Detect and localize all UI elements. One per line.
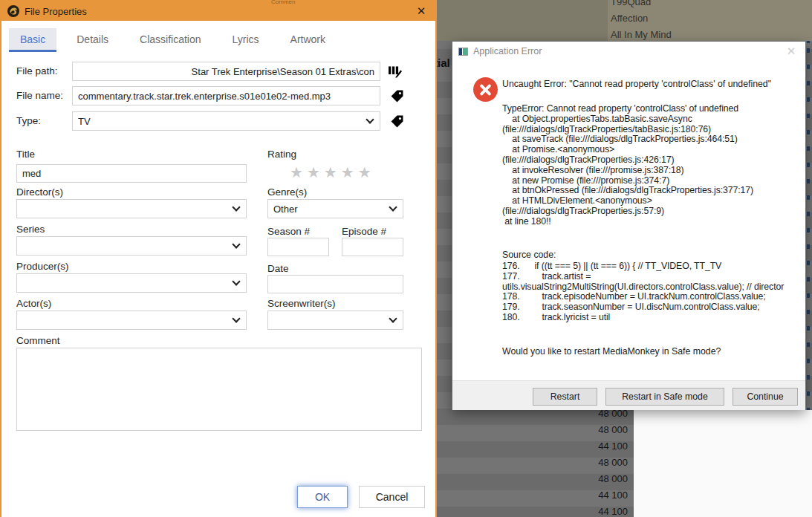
background-album-list: T99Quad Affection All In My Mind bbox=[611, 0, 811, 43]
error-dialog-title: Application Error bbox=[473, 46, 542, 56]
error-stack-trace: TypeError: Cannot read property 'control… bbox=[502, 104, 803, 227]
sample-rate-cell: 48 000 bbox=[437, 422, 628, 438]
source-code-block: 176. if ((tt === 5) || (tt === 6)) { // … bbox=[502, 261, 805, 323]
title-label: Title bbox=[16, 149, 35, 160]
sample-rate-cell: 44 100 bbox=[437, 504, 628, 517]
error-icon bbox=[473, 77, 498, 102]
sample-rate-cell: 48 000 bbox=[437, 471, 628, 487]
chevron-down-icon bbox=[389, 203, 397, 211]
chevron-down-icon bbox=[366, 115, 374, 123]
file-path-input[interactable] bbox=[72, 62, 380, 81]
sample-rate-cell: 44 100 bbox=[437, 487, 628, 504]
tab-details[interactable]: Details bbox=[65, 28, 120, 52]
file-name-input[interactable] bbox=[72, 86, 380, 105]
chevron-down-icon bbox=[232, 240, 240, 248]
error-footer: Restart Restart in Safe mode Continue bbox=[452, 380, 805, 410]
application-error-dialog: Application Error ✕ Uncaught Error: "Can… bbox=[452, 41, 806, 410]
file-properties-dialog: File Properties ✕ Basic Details Classifi… bbox=[0, 0, 437, 517]
dialog-title: File Properties bbox=[25, 6, 87, 17]
tag-icon[interactable] bbox=[388, 113, 406, 129]
genres-select-value: Other bbox=[273, 204, 386, 215]
episode-label: Episode # bbox=[342, 226, 386, 237]
episode-input[interactable] bbox=[342, 238, 403, 256]
actors-select[interactable] bbox=[16, 310, 247, 330]
producers-label: Producer(s) bbox=[16, 261, 69, 272]
list-item: Affection bbox=[611, 10, 811, 27]
sample-rate-cell: 48 000 bbox=[437, 455, 628, 471]
date-label: Date bbox=[267, 263, 289, 274]
mediamonkey-logo-icon bbox=[7, 5, 19, 17]
type-select-value: TV bbox=[78, 116, 363, 127]
close-icon[interactable]: ✕ bbox=[783, 45, 799, 58]
comment-label: Comment bbox=[16, 335, 60, 346]
chevron-down-icon bbox=[232, 277, 240, 285]
restart-safe-mode-button[interactable]: Restart in Safe mode bbox=[605, 388, 724, 406]
genres-label: Genre(s) bbox=[267, 186, 307, 198]
tag-icon[interactable] bbox=[388, 88, 406, 104]
list-item: T99Quad bbox=[611, 0, 811, 10]
continue-button[interactable]: Continue bbox=[733, 388, 798, 406]
season-label: Season # bbox=[267, 226, 310, 237]
season-input[interactable] bbox=[267, 238, 329, 256]
ok-button[interactable]: OK bbox=[297, 486, 348, 508]
restart-question: Would you like to restart MediaMonkey in… bbox=[502, 346, 801, 357]
background-empty-panel bbox=[634, 410, 812, 517]
error-titlebar: Application Error ✕ bbox=[452, 42, 805, 61]
tab-artwork[interactable]: Artwork bbox=[279, 28, 337, 52]
rating-stars-icon[interactable]: ★★★★★ bbox=[290, 163, 375, 181]
error-headline: Uncaught Error: "Cannot read property 'c… bbox=[502, 79, 801, 89]
comment-textarea[interactable] bbox=[16, 348, 422, 431]
organize-files-icon[interactable] bbox=[386, 63, 404, 79]
background-column-header-sliver: Commen bbox=[271, 0, 295, 5]
type-label: Type: bbox=[16, 111, 41, 131]
title-input[interactable] bbox=[16, 164, 247, 183]
sample-rate-cell: 44 100 bbox=[437, 438, 628, 455]
rating-label: Rating bbox=[267, 149, 296, 160]
file-path-label: File path: bbox=[16, 62, 58, 81]
cancel-button[interactable]: Cancel bbox=[359, 486, 425, 508]
file-properties-titlebar: File Properties ✕ bbox=[1, 1, 435, 21]
type-select[interactable]: TV bbox=[72, 111, 380, 131]
tab-classification[interactable]: Classification bbox=[129, 28, 212, 52]
directors-select[interactable] bbox=[16, 199, 247, 218]
chevron-down-icon bbox=[389, 314, 397, 322]
actors-label: Actor(s) bbox=[16, 298, 51, 309]
file-name-label: File name: bbox=[16, 86, 63, 105]
tab-lyrics[interactable]: Lyrics bbox=[221, 28, 270, 52]
restart-button[interactable]: Restart bbox=[533, 388, 597, 406]
screen: T99Quad Affection All In My Mind tial 48… bbox=[0, 0, 812, 517]
directors-label: Director(s) bbox=[16, 186, 63, 198]
genres-select[interactable]: Other bbox=[267, 199, 403, 218]
screenwriters-select[interactable] bbox=[267, 310, 403, 330]
source-code-header: Source code: bbox=[502, 250, 556, 260]
tab-basic[interactable]: Basic bbox=[9, 28, 56, 52]
date-input[interactable] bbox=[267, 275, 403, 293]
producers-select[interactable] bbox=[16, 273, 247, 293]
screenwriters-label: Screenwriter(s) bbox=[267, 298, 336, 309]
app-window-icon bbox=[458, 48, 468, 56]
chevron-down-icon bbox=[232, 203, 240, 211]
background-scroll-edge bbox=[807, 41, 810, 410]
series-select[interactable] bbox=[16, 236, 247, 256]
series-label: Series bbox=[16, 224, 45, 235]
chevron-down-icon bbox=[232, 314, 240, 322]
file-properties-tabs: Basic Details Classification Lyrics Artw… bbox=[9, 28, 345, 52]
close-icon[interactable]: ✕ bbox=[413, 4, 429, 18]
